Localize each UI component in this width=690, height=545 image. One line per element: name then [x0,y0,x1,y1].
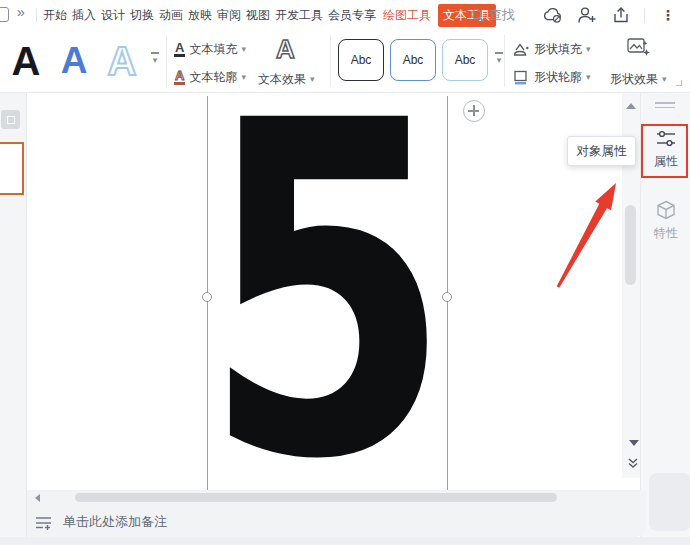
horizontal-scrollbar-thumb[interactable] [75,493,557,502]
next-slide-icon[interactable] [627,457,639,469]
resize-handle-left[interactable] [202,292,212,302]
bottom-panel: 单击此处添加备注 [27,490,646,537]
search-icon [470,8,485,23]
menubar-actions: ⋮ [542,0,690,30]
text-style-gallery-more-button[interactable]: ▾ [148,52,162,64]
text-fill-label: 文本填充 [189,41,237,58]
menu-bar: » 开始 插入 设计 切换 动画 放映 审阅 视图 开发工具 会员专享 绘图工具… [0,0,690,30]
quick-add-button[interactable] [463,100,485,122]
sidebar-bottom-block [649,473,690,531]
sidebar-collapse-handle[interactable] [655,102,675,111]
tooltip-text: 对象属性 [577,143,627,160]
horizontal-scrollbar[interactable] [27,490,646,506]
text-effects-button[interactable]: 文本效果 ▾ [258,68,315,90]
handle-line [655,102,675,104]
text-effects-icon[interactable]: A [276,34,295,65]
invite-collaborator-button[interactable] [576,4,598,26]
tab-developer[interactable]: 开发工具 [274,7,324,24]
slide-glyph [7,116,15,124]
text-outline-label: 文本轮廓 [189,69,237,86]
selected-textbox[interactable]: 5 [207,93,448,490]
sliders-icon [655,129,677,149]
toolbar-separator [504,35,505,87]
slide-canvas[interactable]: 5 [27,93,622,490]
chevron-down-icon: ▾ [241,45,246,53]
text-outline-icon: A [174,70,185,85]
text-effects-label: 文本效果 [258,71,306,88]
right-sidebar: 属性 特性 [640,93,690,545]
chevron-down-icon: ▾ [310,75,315,83]
text-outline-button[interactable]: A 文本轮廓 ▾ [174,66,246,88]
sidebar-item-features[interactable]: 特性 [641,199,690,242]
tab-review[interactable]: 审阅 [216,7,242,24]
status-bar [0,537,690,545]
notes-placeholder: 单击此处添加备注 [63,513,167,531]
features-label: 特性 [654,225,678,242]
toolbar-separator [330,35,331,87]
tab-slideshow[interactable]: 放映 [187,7,213,24]
shape-outline-button[interactable]: 形状轮廓 ▾ [512,66,591,88]
tab-insert[interactable]: 插入 [71,7,97,24]
text-style-preset-black[interactable]: A [4,34,48,88]
vertical-scrollbar-thumb[interactable] [625,205,636,285]
tab-membership[interactable]: 会员专享 [327,7,377,24]
shape-fill-icon [512,42,530,57]
cloud-off-icon [542,5,564,25]
scroll-left-icon[interactable] [35,494,40,502]
slide-thumbnail-panel [0,93,27,545]
sidebar-item-properties[interactable]: 属性 [641,129,690,170]
cube-icon [655,199,677,221]
resize-handle-right[interactable] [442,292,452,302]
shape-effects-label: 形状效果 [610,71,658,88]
tab-drawing-tools[interactable]: 绘图工具 [383,7,431,24]
shape-effects-button[interactable]: 形状效果 ▾ [610,68,667,90]
chevron-down-icon: ▾ [586,45,591,53]
cloud-sync-button[interactable] [542,4,564,26]
more-bar [151,52,159,54]
shape-style-preset-blue[interactable]: Abc [390,39,436,81]
chevron-down-icon: ▾ [497,56,502,64]
chevron-down-icon: ▾ [241,73,246,81]
slide-thumbnail-selected[interactable] [0,142,24,195]
add-user-icon [576,5,598,25]
shape-fill-button[interactable]: 形状填充 ▾ [512,38,591,60]
shape-effects-icon[interactable] [626,36,652,60]
text-style-preset-outline[interactable]: A [100,34,144,88]
tab-transition[interactable]: 切换 [129,7,155,24]
tab-animation[interactable]: 动画 [158,7,184,24]
add-notes-icon [35,514,53,530]
tab-overflow-chevron-icon[interactable]: » [17,4,25,20]
text-fill-icon: A [174,42,185,57]
group-expand-indicator [676,80,682,86]
shape-style-preset-lightblue[interactable]: Abc [442,39,488,81]
ribbon-tabs: 开始 插入 设计 切换 动画 放映 审阅 视图 开发工具 会员专享 绘图工具 文… [42,0,496,30]
more-options-button[interactable]: ⋮ [657,4,679,26]
panel-tab-icon[interactable] [1,110,20,129]
chevron-down-icon: ▾ [586,73,591,81]
shape-style-preset-black[interactable]: Abc [338,39,384,81]
handle-line [655,107,675,109]
menubar-separator [644,8,645,23]
text-style-preset-blue[interactable]: A [52,34,96,88]
menubar-separator [36,8,37,22]
search-label: 查找 [489,6,515,24]
search-button[interactable]: 查找 [470,0,515,30]
tab-design[interactable]: 设计 [100,7,126,24]
shape-fill-label: 形状填充 [534,41,582,58]
wps-presentation-window: » 开始 插入 设计 切换 动画 放映 审阅 视图 开发工具 会员专享 绘图工具… [0,0,690,545]
scroll-down-icon[interactable] [629,440,639,446]
tab-home[interactable]: 开始 [42,7,68,24]
toolbar-separator [166,35,167,87]
text-tools-ribbon: A A A ▾ A 文本填充 ▾ A 文本轮廓 ▾ A 文本效果 ▾ Abc A… [0,30,690,93]
text-fill-button[interactable]: A 文本填充 ▾ [174,38,246,60]
scroll-up-icon[interactable] [626,103,636,109]
chevron-down-icon: ▾ [662,75,667,83]
share-icon [610,5,632,25]
more-bar [495,52,503,54]
tab-view[interactable]: 视图 [245,7,271,24]
object-properties-tooltip: 对象属性 [567,136,636,166]
share-button[interactable] [610,4,632,26]
properties-label: 属性 [654,153,678,170]
notes-input-area[interactable]: 单击此处添加备注 [27,506,646,537]
app-icon [0,7,9,22]
